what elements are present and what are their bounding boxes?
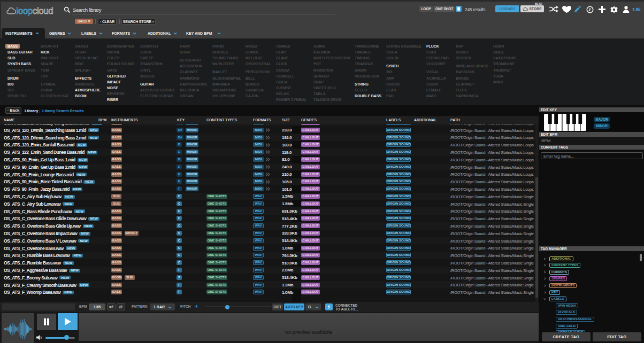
- svg-text:cloud: cloud: [33, 5, 53, 15]
- svg-text:loop: loop: [17, 5, 33, 15]
